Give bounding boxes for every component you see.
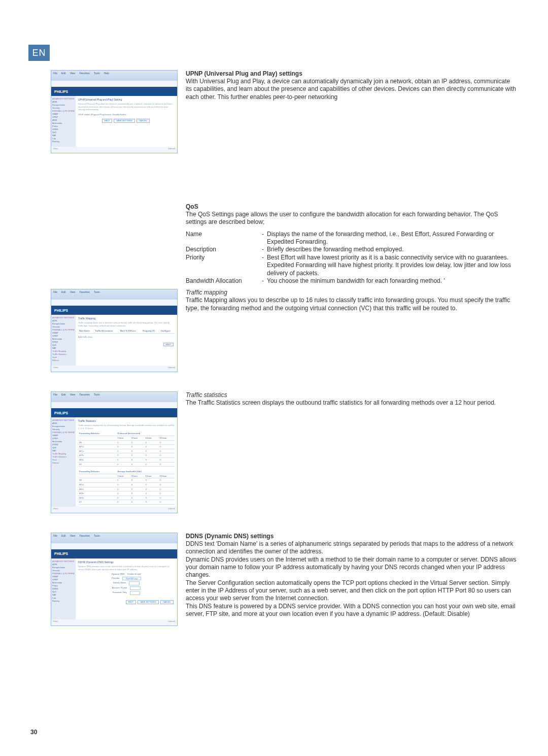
sidebar-item: Routing <box>52 600 75 603</box>
ddns-p2: Dynamic DNS provides users on the Intern… <box>186 556 518 579</box>
def-term: Priority <box>186 254 262 277</box>
shot-helper-text: Traffic statistics displays the list of … <box>78 424 175 430</box>
address-bar <box>51 402 177 408</box>
field-label: Dynamic DNS <box>112 573 124 576</box>
browser-menu: File Edit View Favorites Tools <box>51 289 177 300</box>
row-label: AF3x <box>78 453 116 458</box>
cancel-button[interactable]: CANCEL <box>160 600 174 604</box>
col-header: 3 hour <box>130 436 145 441</box>
traffic-stats-heading: Traffic statistics <box>186 391 518 399</box>
ddns-p3: The Server Configuration section automat… <box>186 579 518 603</box>
shot-main: Traffic Mapping Traffic mapping allows y… <box>76 315 177 366</box>
def-desc-text: Briefly describes the forwarding method … <box>267 246 518 253</box>
traffic-stats-screenshot: File Edit View Favorites Tools PHILIPS A… <box>51 391 178 513</box>
shot-footer: Done Internet <box>51 147 177 153</box>
traffic-stats-shot-col: File Edit View Favorites Tools PHILIPS A… <box>51 391 183 518</box>
qos-intro: The QoS Settings page allows the user to… <box>186 211 518 226</box>
text-input[interactable] <box>130 591 141 595</box>
field-label: Provider <box>112 577 119 581</box>
field-label: Password / Key <box>113 591 127 595</box>
table-row: AF2x0000 <box>78 449 175 453</box>
save-button[interactable]: SAVE SETTINGS <box>114 119 135 123</box>
upnp-screenshot-col: File Edit View Favorites Tools Help PHIL… <box>51 70 183 158</box>
def-desc: -You choose the minimum bandwidth for ea… <box>262 277 518 285</box>
button-row: HELP SAVE SETTINGS CANCEL <box>78 600 175 604</box>
col-header: Configure <box>160 329 175 333</box>
row-label: AF4x <box>78 457 116 462</box>
table-row: AF1x0000 <box>78 445 175 449</box>
upnp-section: File Edit View Favorites Tools Help PHIL… <box>51 70 518 158</box>
table-row: EF0000 <box>78 500 175 505</box>
help-button[interactable]: HELP <box>126 600 136 604</box>
row-label: AF1x <box>78 445 116 449</box>
row-label: AF2x <box>78 487 116 491</box>
brand-bar: PHILIPS <box>51 549 177 558</box>
shot-main-heading: UPnP(Universal Plug and Play) Setting <box>78 98 175 102</box>
table-row: BE0000 <box>78 440 175 445</box>
def-row: Bandwidth Allocation -You choose the min… <box>186 277 518 285</box>
row-label: AF3x <box>78 491 116 496</box>
col-header: Rule Name <box>78 329 94 333</box>
traffic-mapping-heading: Traffic mapping <box>186 289 518 296</box>
sidebar-item: Reboot <box>52 359 75 362</box>
brand-label: PHILIPS <box>54 309 68 312</box>
form-row: Password / Key <box>78 591 175 595</box>
ddns-shot-col: File Edit View Favorites Tools PHILIPS A… <box>51 533 183 631</box>
menu-item: Favorites <box>79 534 90 542</box>
field-label: Domain Name <box>113 581 126 585</box>
col-header: 6 hour <box>145 436 159 441</box>
menu-item: Edit <box>61 534 66 542</box>
table-caption: Outbound (bits/second) <box>116 432 175 436</box>
button-row: HELP SAVE SETTINGS CANCEL <box>78 119 175 123</box>
qos-text: QoS The QoS Settings page allows the use… <box>183 173 518 285</box>
stats-table-2: Forwarding BehaviorAverage bandwidth (kb… <box>78 470 175 505</box>
status-left: Done <box>53 147 58 152</box>
shot-body: ADVANCED SETTINGS ADSL Encapsulation Sec… <box>51 96 177 147</box>
ddns-screenshot: File Edit View Favorites Tools PHILIPS A… <box>51 533 178 626</box>
shot-sidebar: ADVANCED SETTINGS ADSL Encapsulation Sec… <box>51 315 76 366</box>
upnp-screenshot: File Edit View Favorites Tools Help PHIL… <box>51 70 178 153</box>
def-desc: -Briefly describes the forwarding method… <box>262 246 518 253</box>
ddns-text: DDNS (Dynamic DNS) settings DDNS text 'D… <box>183 533 518 618</box>
help-button[interactable]: HELP <box>102 119 112 123</box>
mapping-table: Rule Name Traffic Description Mark To Di… <box>78 329 175 334</box>
menu-item: Tools <box>94 72 100 80</box>
shot-sidebar: ADVANCED SETTINGS ADSL Encapsulation Sec… <box>51 96 76 147</box>
address-bar <box>51 300 177 306</box>
text-input[interactable] <box>129 581 140 585</box>
row-label: BE <box>78 440 116 445</box>
traffic-mapping-text: Traffic mapping Traffic Mapping allows y… <box>183 289 518 312</box>
text-input[interactable] <box>130 586 141 590</box>
menu-item: Favorites <box>79 393 90 401</box>
status-left: Done <box>53 507 58 512</box>
cancel-button[interactable]: CANCEL <box>136 119 150 123</box>
shot-main: Traffic Statistics Traffic statistics di… <box>76 417 177 507</box>
help-button[interactable]: HELP <box>163 343 174 347</box>
table-row: BE0000 <box>78 478 175 483</box>
upnp-text: UPNP (Universal Plug and Play) settings … <box>183 70 518 101</box>
col-header: 12 hour <box>158 474 175 478</box>
brand-bar: PHILIPS <box>51 87 177 96</box>
brand-bar: PHILIPS <box>51 306 177 315</box>
table-caption: Average bandwidth (kbit) <box>116 470 175 474</box>
traffic-stats-body: The Traffic Statistics screen displays t… <box>186 399 518 407</box>
col-header: Forwarding Behavior <box>78 470 116 474</box>
menu-item: Tools <box>94 534 100 542</box>
form-row: ProviderDynDNS.org <box>78 577 175 581</box>
traffic-stats-text: Traffic statistics The Traffic Statistic… <box>183 391 518 407</box>
menu-item: View <box>70 393 76 401</box>
add-traffic-class-link[interactable]: Add traffic class <box>78 336 175 339</box>
col-header: Outgoing VC <box>142 329 160 333</box>
save-button[interactable]: SAVE SETTINGS <box>138 600 159 604</box>
shot-main: DDNS (Dynamic DNS) Settings Dynamic DNS … <box>76 558 177 619</box>
menu-item: Tools <box>94 393 100 401</box>
page-number: 30 <box>30 729 37 736</box>
ddns-p1: DDNS text 'Domain Name' is a series of a… <box>186 540 518 556</box>
upnp-heading: UPNP (Universal Plug and Play) settings <box>186 70 518 77</box>
select-input[interactable]: DynDNS.org <box>122 577 141 581</box>
traffic-mapping-body: Traffic Mapping allows you to describe u… <box>186 297 518 312</box>
radio-row[interactable]: Disable Enable <box>127 573 141 576</box>
shot-sidebar: ADVANCED SETTINGS ADSL Encapsulation Sec… <box>51 558 76 619</box>
row-label: AF2x <box>78 449 116 453</box>
row-label: AF4x <box>78 496 116 500</box>
